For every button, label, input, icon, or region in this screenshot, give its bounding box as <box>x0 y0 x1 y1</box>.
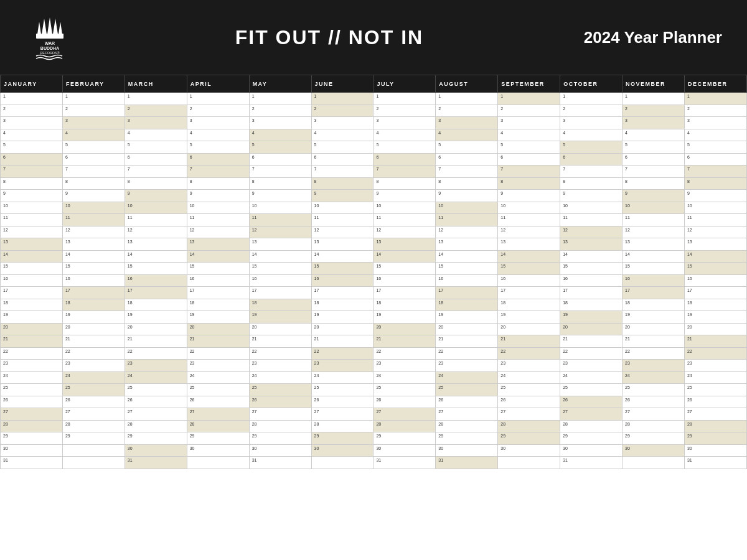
cell-month7-day17: 17 <box>374 287 436 299</box>
cell-month9-day8: 8 <box>498 177 560 190</box>
cell-month11-day23: 23 <box>622 360 685 372</box>
cell-month11-day3: 3 <box>622 117 685 129</box>
cell-month5-day21: 21 <box>249 335 311 348</box>
cell-month12-day2: 2 <box>684 105 746 117</box>
cell-month6-day29: 29 <box>311 432 374 445</box>
header-august: AUGUST <box>436 75 498 93</box>
cell-month5-day26: 26 <box>249 396 311 408</box>
header-july: JULY <box>374 75 436 93</box>
cell-month6-day21: 21 <box>311 335 374 348</box>
cell-month6-day11: 11 <box>311 214 374 226</box>
cell-month1-day27: 27 <box>1 408 63 421</box>
cell-month5-day18: 18 <box>249 299 311 311</box>
header-september: SEPTEMBER <box>498 75 560 93</box>
cell-month11-day20: 20 <box>622 323 685 335</box>
cell-month2-day6: 6 <box>62 153 125 166</box>
cell-month9-day27: 27 <box>498 408 560 421</box>
cell-month3-day30: 30 <box>125 444 187 457</box>
cell-month7-day2: 2 <box>374 105 436 117</box>
cell-month10-day19: 19 <box>560 311 622 324</box>
cell-month3-day15: 15 <box>125 263 187 275</box>
cell-month12-day17: 17 <box>684 287 746 299</box>
cell-month1-day26: 26 <box>1 396 63 408</box>
cell-month3-day2: 2 <box>125 105 187 117</box>
cell-month3-day6: 6 <box>125 153 187 166</box>
cell-month1-day30: 30 <box>1 444 63 457</box>
day-row-1: 111111111111 <box>1 93 747 105</box>
cell-month9-day29: 29 <box>498 432 560 445</box>
cell-month4-day28: 28 <box>187 420 249 432</box>
cell-month7-day4: 4 <box>374 129 436 141</box>
cell-month9-day19: 19 <box>498 311 560 324</box>
cell-month4-day7: 7 <box>187 166 249 178</box>
cell-month4-day9: 9 <box>187 190 249 202</box>
cell-month4-day4: 4 <box>187 129 249 141</box>
cell-month7-day3: 3 <box>374 117 436 129</box>
cell-month12-day11: 11 <box>684 214 746 226</box>
svg-text:BUDDHA: BUDDHA <box>40 46 59 50</box>
header-october: OCTOBER <box>560 75 622 93</box>
day-row-26: 262626262626262626262626 <box>1 396 747 408</box>
cell-month1-day24: 24 <box>1 371 63 384</box>
day-row-12: 121212121212121212121212 <box>1 226 747 238</box>
cell-month3-day11: 11 <box>125 214 187 226</box>
day-row-10: 101010101010101010101010 <box>1 202 747 214</box>
cell-month8-day27: 27 <box>436 408 498 421</box>
cell-month8-day2: 2 <box>436 105 498 117</box>
day-row-17: 171717171717171717171717 <box>1 287 747 299</box>
cell-month11-day1: 1 <box>622 93 685 105</box>
cell-month2-day2: 2 <box>62 105 125 117</box>
cell-month5-day22: 22 <box>249 347 311 360</box>
cell-month5-day9: 9 <box>249 190 311 202</box>
cell-month4-day29: 29 <box>187 432 249 445</box>
cell-month12-day18: 18 <box>684 299 746 311</box>
title-center: FIT OUT // NOT IN <box>75 26 584 49</box>
header-february: FEBRUARY <box>62 75 125 93</box>
cell-month8-day14: 14 <box>436 250 498 263</box>
cell-month11-day6: 6 <box>622 153 685 166</box>
cell-month6-day16: 16 <box>311 274 374 287</box>
cell-month3-day24: 24 <box>125 371 187 384</box>
cell-month8-day11: 11 <box>436 214 498 226</box>
cell-month1-day4: 4 <box>1 129 63 141</box>
cell-month4-day24: 24 <box>187 371 249 384</box>
cell-month5-day29: 29 <box>249 432 311 445</box>
cell-month1-day12: 12 <box>1 226 63 238</box>
cell-month12-day1: 1 <box>684 93 746 105</box>
cell-month2-day29: 29 <box>62 432 125 445</box>
day-row-14: 141414141414141414141414 <box>1 250 747 263</box>
cell-month10-day14: 14 <box>560 250 622 263</box>
cell-month2-day15: 15 <box>62 263 125 275</box>
cell-month12-day24: 24 <box>684 371 746 384</box>
cell-month10-day9: 9 <box>560 190 622 202</box>
cell-month1-day29: 29 <box>1 432 63 445</box>
cell-month8-day25: 25 <box>436 384 498 396</box>
cell-month3-day22: 22 <box>125 347 187 360</box>
main-title: FIT OUT // NOT IN <box>75 26 584 49</box>
cell-month3-day4: 4 <box>125 129 187 141</box>
cell-month12-day9: 9 <box>684 190 746 202</box>
day-row-2: 222222222222 <box>1 105 747 117</box>
cell-month11-day29: 29 <box>622 432 685 445</box>
cell-month3-day20: 20 <box>125 323 187 335</box>
cell-month8-day24: 24 <box>436 371 498 384</box>
cell-month9-day25: 25 <box>498 384 560 396</box>
cell-month7-day7: 7 <box>374 166 436 178</box>
cell-month4-day27: 27 <box>187 408 249 421</box>
cell-month11-day17: 17 <box>622 287 685 299</box>
cell-month2-day12: 12 <box>62 226 125 238</box>
cell-month12-day23: 23 <box>684 360 746 372</box>
cell-month12-day5: 5 <box>684 141 746 154</box>
cell-month10-day16: 16 <box>560 274 622 287</box>
cell-month2-day10: 10 <box>62 202 125 214</box>
cell-month6-day22: 22 <box>311 347 374 360</box>
day-row-18: 181818181818181818181818 <box>1 299 747 311</box>
cell-month12-day27: 27 <box>684 408 746 421</box>
cell-month5-day7: 7 <box>249 166 311 178</box>
cell-month7-day10: 10 <box>374 202 436 214</box>
cell-month9-day5: 5 <box>498 141 560 154</box>
cell-month4-day22: 22 <box>187 347 249 360</box>
cell-month11-day15: 15 <box>622 263 685 275</box>
cell-month1-day14: 14 <box>1 250 63 263</box>
cell-month2-day23: 23 <box>62 360 125 372</box>
